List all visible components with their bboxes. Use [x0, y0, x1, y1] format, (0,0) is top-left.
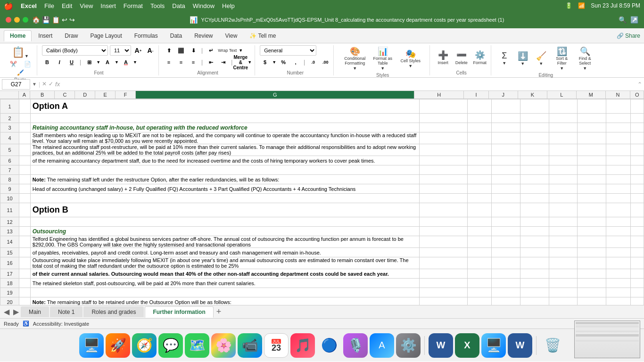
cell-l-9[interactable]	[549, 184, 578, 194]
formula-input[interactable]	[62, 79, 636, 90]
cell-a-3[interactable]	[19, 123, 31, 132]
cell-j-16[interactable]	[492, 257, 520, 269]
cell-m-4[interactable]	[578, 132, 606, 144]
cell-k-16[interactable]	[520, 257, 549, 269]
col-header-h[interactable]: H	[414, 91, 464, 99]
dock-appstore[interactable]: A	[370, 333, 394, 358]
merge-center-button[interactable]: Merge & Centre	[235, 57, 246, 67]
cell-b-9[interactable]: Head of accounting (unchanged salary) + …	[30, 184, 419, 194]
font-size-select[interactable]: 11	[110, 45, 131, 56]
cell-m-17[interactable]	[578, 269, 606, 279]
cell-j-5[interactable]	[492, 144, 520, 156]
cell-o-8[interactable]	[630, 175, 644, 184]
cell-n-10[interactable]	[606, 194, 630, 203]
cell-h-5[interactable]	[419, 144, 467, 156]
save-copy-icon[interactable]: 📋	[52, 16, 60, 24]
cell-l-11[interactable]	[549, 203, 578, 217]
cell-o-4[interactable]	[630, 132, 644, 144]
undo-icon[interactable]: ↩	[62, 16, 67, 24]
cell-a-20[interactable]	[19, 297, 31, 305]
cell-k-12[interactable]	[520, 217, 549, 227]
tab-home[interactable]: Home	[4, 30, 32, 41]
cell-i-16[interactable]	[467, 257, 491, 269]
cell-n-12[interactable]	[606, 217, 630, 227]
cell-i-14[interactable]	[467, 236, 491, 248]
cell-m-16[interactable]	[578, 257, 606, 269]
home-icon[interactable]: 🏠	[32, 16, 40, 24]
cell-h-6[interactable]	[419, 156, 467, 165]
cell-o-15[interactable]	[630, 248, 644, 257]
col-header-d[interactable]: D	[75, 91, 95, 99]
font-name-select[interactable]: Calibri (Body)	[42, 45, 108, 56]
cell-n-18[interactable]	[606, 279, 630, 288]
cell-j-3[interactable]	[492, 123, 520, 132]
accounting-format-button[interactable]: $	[260, 57, 270, 67]
tab-insert[interactable]: Insert	[33, 31, 58, 41]
cell-k-14[interactable]	[520, 236, 549, 248]
cell-i-9[interactable]	[467, 184, 491, 194]
cell-o-17[interactable]	[630, 269, 644, 279]
cell-a-6[interactable]	[19, 156, 31, 165]
dock-finder2[interactable]: 🖥️	[481, 333, 506, 358]
cell-l-5[interactable]	[549, 144, 578, 156]
cell-b-4[interactable]: Staff members who resign leading up to M…	[30, 132, 419, 144]
cell-i-15[interactable]	[467, 248, 491, 257]
cell-m-8[interactable]	[578, 175, 606, 184]
col-header-a[interactable]: A	[19, 91, 30, 99]
cell-reference-box[interactable]	[2, 79, 30, 90]
cell-i-5[interactable]	[467, 144, 491, 156]
cell-b-7[interactable]	[30, 165, 419, 175]
dock-facetime[interactable]: 📹	[238, 333, 262, 358]
cell-b-13[interactable]: Outsourcing	[30, 227, 419, 236]
cell-k-3[interactable]	[520, 123, 549, 132]
italic-button[interactable]: I	[54, 57, 65, 67]
cell-n-19[interactable]	[606, 288, 630, 297]
dock-calendar[interactable]: JUL23	[264, 333, 289, 358]
cell-m-15[interactable]	[578, 248, 606, 257]
format-cells-button[interactable]: ⚙️ Format	[471, 49, 488, 66]
cell-a-14[interactable]	[19, 236, 31, 248]
bold-button[interactable]: B	[42, 57, 52, 67]
cell-b-2[interactable]	[30, 114, 419, 123]
font-color-button[interactable]: A	[121, 57, 131, 67]
format-as-table-button[interactable]: 📊 Format as Table ▼	[370, 45, 396, 72]
cell-k-20[interactable]	[520, 297, 549, 305]
cell-l-12[interactable]	[549, 217, 578, 227]
dock-trash[interactable]: 🗑️	[540, 333, 565, 358]
cell-m-12[interactable]	[578, 217, 606, 227]
cell-j-20[interactable]	[492, 297, 520, 305]
cell-n-20[interactable]	[606, 297, 630, 305]
cell-h-7[interactable]	[419, 165, 467, 175]
cell-h-10[interactable]	[419, 194, 467, 203]
add-sheet-button[interactable]: +	[215, 307, 223, 317]
cell-j-6[interactable]	[492, 156, 520, 165]
cell-o-7[interactable]	[630, 165, 644, 175]
cell-h-16[interactable]	[419, 257, 467, 269]
cell-m-14[interactable]	[578, 236, 606, 248]
cell-k-15[interactable]	[520, 248, 549, 257]
cell-k-4[interactable]	[520, 132, 549, 144]
dock-messages[interactable]: 💬	[158, 333, 183, 358]
cell-n-16[interactable]	[606, 257, 630, 269]
grid-body[interactable]: 1Option A23Retaining accountancy staff i…	[0, 99, 644, 305]
dock-finder[interactable]: 🖥️	[79, 333, 104, 358]
sheet-nav-next[interactable]: ▶	[11, 307, 21, 316]
share-button[interactable]: 🔗 Share	[617, 33, 640, 39]
cell-o-6[interactable]	[630, 156, 644, 165]
number-format-select[interactable]: General	[260, 45, 316, 56]
cell-m-3[interactable]	[578, 123, 606, 132]
dock-maps[interactable]: 🗺️	[185, 333, 209, 358]
cell-o-5[interactable]	[630, 144, 644, 156]
cell-b-12[interactable]	[30, 217, 419, 227]
cell-b-19[interactable]	[30, 288, 419, 297]
col-header-f[interactable]: F	[116, 91, 136, 99]
cell-l-19[interactable]	[549, 288, 578, 297]
cell-b-11[interactable]: Option B	[30, 203, 419, 217]
cell-k-19[interactable]	[520, 288, 549, 297]
cell-k-18[interactable]	[520, 279, 549, 288]
align-middle-button[interactable]: ⬛	[176, 45, 186, 56]
cell-h-9[interactable]	[419, 184, 467, 194]
menu-insert[interactable]: Insert	[100, 2, 116, 9]
cell-h-4[interactable]	[419, 132, 467, 144]
cut-button[interactable]: ✂️	[7, 60, 20, 68]
